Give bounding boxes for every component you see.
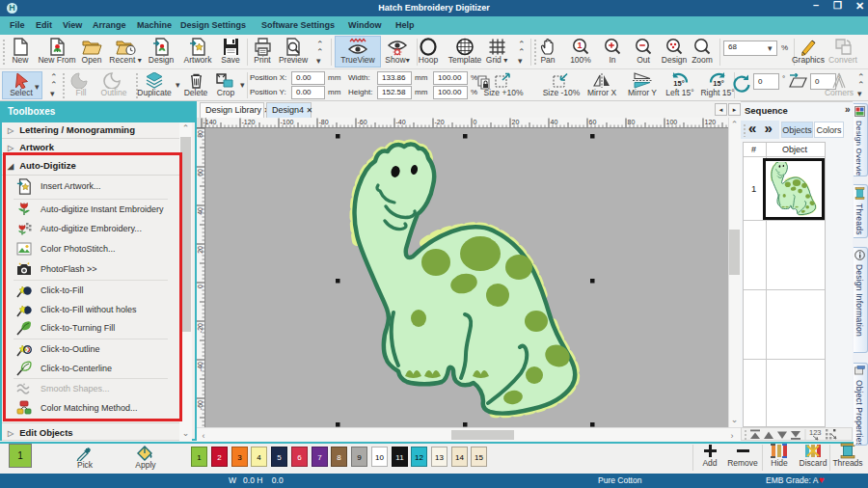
svg-text:123: 123 — [809, 428, 822, 437]
svg-text:15°: 15° — [713, 79, 723, 88]
svg-text:15°: 15° — [673, 79, 684, 88]
svg-text:1: 1 — [577, 41, 582, 50]
